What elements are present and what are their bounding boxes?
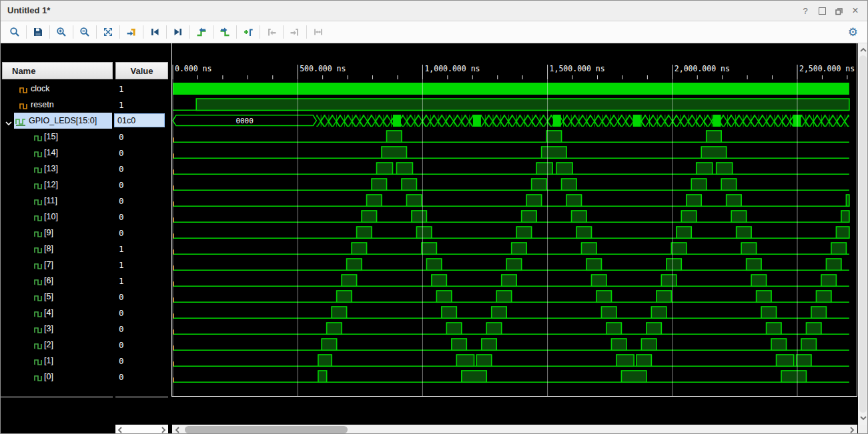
signal-value[interactable]: 1 xyxy=(119,273,124,289)
signal-name-clock[interactable] xyxy=(1,81,113,97)
scalar-green-icon xyxy=(34,245,43,257)
scroll-left-icon[interactable] xyxy=(173,426,181,434)
add-marker-icon[interactable] xyxy=(240,24,257,40)
float-icon[interactable] xyxy=(833,5,844,16)
scalar-green-icon xyxy=(34,293,43,305)
goto-previous-edge-icon[interactable] xyxy=(263,24,280,40)
signal-name-label: [14] xyxy=(44,145,58,161)
toolbar-separator xyxy=(189,25,190,39)
signal-name-4[interactable] xyxy=(1,305,113,321)
settings-gear-icon[interactable]: ⚙ xyxy=(848,25,858,39)
next-marker-icon[interactable] xyxy=(169,24,187,40)
scroll-up-icon[interactable] xyxy=(859,46,867,54)
scroll-left-icon[interactable] xyxy=(116,426,124,434)
signal-value[interactable]: 0 xyxy=(119,161,124,177)
signal-name-label: resetn xyxy=(31,97,54,113)
scalar-green-icon xyxy=(34,357,43,369)
find-icon[interactable] xyxy=(6,24,23,40)
zoom-out-icon[interactable] xyxy=(76,24,93,40)
wave-row-9 xyxy=(173,227,849,238)
wave-v-scroll-thumb[interactable] xyxy=(859,55,867,413)
wave-row-5 xyxy=(173,291,849,302)
signal-name-5[interactable] xyxy=(1,289,113,305)
signal-value[interactable]: 0 xyxy=(119,337,124,353)
help-icon[interactable]: ? xyxy=(800,5,811,16)
signal-name-3[interactable] xyxy=(1,321,113,337)
signal-value[interactable]: 1 xyxy=(119,81,124,97)
expand-chevron-icon[interactable] xyxy=(5,117,13,129)
wave-canvas[interactable]: 0000 xyxy=(172,79,857,396)
wave-row-resetn xyxy=(173,99,849,111)
next-transition-icon[interactable] xyxy=(216,24,234,40)
signal-value-box[interactable]: 01c0 xyxy=(114,113,165,127)
signal-value[interactable]: 0 xyxy=(119,225,124,241)
wave-row-6 xyxy=(173,275,849,286)
signal-value[interactable]: 0 xyxy=(119,289,124,305)
wave-row-4 xyxy=(173,307,849,318)
toolbar-separator xyxy=(283,25,284,39)
goto-next-edge-icon[interactable] xyxy=(286,24,304,40)
signal-name-6[interactable] xyxy=(1,273,113,289)
time-ruler[interactable]: 0.000 ns500.000 ns1,000.000 ns1,500.000 … xyxy=(172,63,857,79)
save-icon[interactable] xyxy=(29,24,47,40)
toolbar-separator xyxy=(236,25,237,39)
signal-value[interactable]: 1 xyxy=(119,241,124,257)
waveform-toolbar: ⚙ xyxy=(1,21,867,43)
signal-name-label: [2] xyxy=(44,337,53,353)
signal-name-label: [11] xyxy=(44,193,57,209)
zoom-fit-icon[interactable] xyxy=(99,24,117,40)
signal-name-7[interactable] xyxy=(1,257,113,273)
signal-name-resetn[interactable] xyxy=(1,97,113,113)
signal-name-9[interactable] xyxy=(1,225,113,241)
signal-value[interactable]: 0 xyxy=(119,193,124,209)
value-column-header[interactable]: Value xyxy=(115,62,168,79)
signal-name-label: [6] xyxy=(44,273,53,289)
maximize-icon[interactable] xyxy=(817,5,827,16)
value-scrollbar[interactable] xyxy=(115,425,168,434)
panel-bottom-border xyxy=(1,397,113,397)
toolbar-separator xyxy=(119,25,120,39)
name-column-header[interactable]: Name xyxy=(2,62,113,79)
scroll-down-icon[interactable] xyxy=(859,414,867,422)
signal-name-label: [9] xyxy=(44,225,53,241)
signal-name-label: [1] xyxy=(44,353,53,369)
previous-marker-icon[interactable] xyxy=(146,24,163,40)
signal-value[interactable]: 0 xyxy=(119,321,124,337)
scroll-right-icon[interactable] xyxy=(159,426,167,434)
signal-value[interactable]: 0 xyxy=(119,145,124,161)
signal-value[interactable]: 0 xyxy=(119,129,124,145)
scalar-green-icon xyxy=(34,373,43,385)
signal-name-0[interactable] xyxy=(1,369,113,385)
svg-text:0000: 0000 xyxy=(236,117,254,125)
toolbar-separator xyxy=(213,25,213,39)
time-tick-label: 2,500.000 ns xyxy=(799,64,855,73)
scroll-right-icon[interactable] xyxy=(848,426,856,434)
wave-v-scrollbar[interactable] xyxy=(858,43,868,425)
toolbar-separator xyxy=(306,25,307,39)
zoom-in-icon[interactable] xyxy=(53,24,70,40)
wave-row-15 xyxy=(173,131,849,142)
waveform-panel[interactable]: 0.000 ns500.000 ns1,000.000 ns1,500.000 … xyxy=(171,43,857,397)
signal-value[interactable]: 1 xyxy=(119,257,124,273)
signal-value[interactable]: 0 xyxy=(119,209,124,225)
signal-value[interactable]: 0 xyxy=(119,369,124,385)
wave-h-scroll-thumb[interactable] xyxy=(185,426,348,433)
signal-name-2[interactable] xyxy=(1,337,113,353)
time-tick-label: 500.000 ns xyxy=(300,64,346,73)
goto-time-icon[interactable] xyxy=(123,24,140,40)
scalar-green-icon xyxy=(34,197,43,209)
signal-name-8[interactable] xyxy=(1,241,113,257)
scalar-green-icon xyxy=(34,149,43,161)
fit-width-icon[interactable] xyxy=(310,24,327,40)
scalar-green-icon xyxy=(34,213,43,225)
signal-value[interactable]: 0 xyxy=(119,353,124,369)
signal-name-1[interactable] xyxy=(1,353,113,369)
close-icon[interactable]: × xyxy=(850,5,861,16)
wave-row-2 xyxy=(173,339,849,350)
signal-value[interactable]: 1 xyxy=(119,97,124,113)
signal-value[interactable]: 0 xyxy=(119,305,124,321)
scrollbar-corner xyxy=(858,425,868,434)
wave-h-scrollbar[interactable] xyxy=(172,425,857,434)
previous-transition-icon[interactable] xyxy=(193,24,210,40)
signal-value[interactable]: 0 xyxy=(119,177,124,193)
